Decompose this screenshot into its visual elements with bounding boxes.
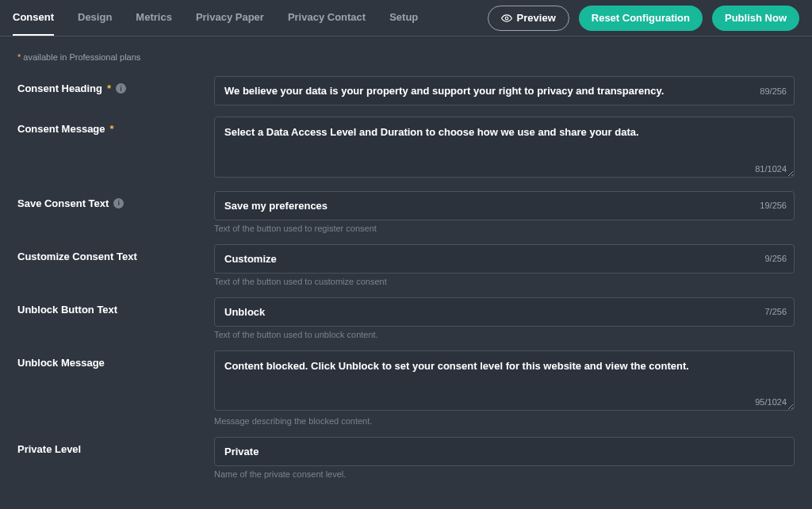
preview-button-label: Preview [517, 12, 556, 24]
tab-privacy-paper[interactable]: Privacy Paper [196, 0, 264, 36]
tab-strip: Consent Design Metrics Privacy Paper Pri… [13, 0, 418, 36]
row-unblock-message: Unblock Message 95/1024 Message describi… [17, 350, 795, 427]
required-mark: * [110, 123, 114, 135]
helper-text: Text of the button used to unblock conte… [214, 330, 795, 339]
publish-button-label: Publish Now [725, 12, 787, 24]
info-icon[interactable]: i [116, 83, 126, 94]
preview-button[interactable]: Preview [488, 6, 569, 31]
tab-metrics[interactable]: Metrics [136, 0, 172, 36]
row-private-level: Private Level Name of the private consen… [17, 437, 795, 479]
required-mark: * [107, 82, 111, 94]
info-icon[interactable]: i [113, 198, 124, 209]
consent-message-input[interactable] [214, 117, 795, 178]
row-customize-consent-text: Customize Consent Text 9/256 Text of the… [17, 244, 795, 286]
label-consent-heading: Consent Heading * i [17, 76, 198, 94]
helper-text: Name of the private consent level. [214, 469, 795, 479]
action-buttons: Preview Reset Configuration Publish Now [488, 6, 799, 31]
label-private-level: Private Level [17, 437, 198, 455]
top-bar: Consent Design Metrics Privacy Paper Pri… [0, 0, 812, 36]
row-save-consent-text: Save Consent Text i 19/256 Text of the b… [17, 191, 795, 233]
helper-text: Message describing the blocked content. [214, 416, 795, 426]
form-body: * available in Professional plans Consen… [0, 36, 812, 509]
row-consent-message: Consent Message * 81/1024 [17, 117, 795, 180]
reset-configuration-button[interactable]: Reset Configuration [579, 6, 703, 31]
helper-text: Text of the button used to customize con… [214, 277, 795, 286]
label-consent-message: Consent Message * [17, 117, 198, 135]
label-unblock-button-text: Unblock Button Text [17, 297, 198, 316]
tab-setup[interactable]: Setup [389, 0, 418, 36]
tab-consent[interactable]: Consent [13, 0, 54, 36]
tab-design[interactable]: Design [78, 0, 112, 36]
svg-point-0 [505, 17, 508, 20]
label-unblock-message: Unblock Message [17, 350, 198, 369]
eye-icon [501, 13, 512, 24]
private-level-input[interactable] [214, 437, 795, 466]
plan-note-text: available in Professional plans [21, 52, 140, 62]
row-unblock-button-text: Unblock Button Text 7/256 Text of the bu… [17, 297, 795, 339]
label-customize-consent-text: Customize Consent Text [17, 244, 198, 262]
reset-button-label: Reset Configuration [592, 12, 690, 24]
unblock-message-input[interactable] [214, 350, 795, 411]
unblock-button-text-input[interactable] [214, 297, 795, 327]
customize-consent-text-input[interactable] [214, 244, 795, 274]
publish-now-button[interactable]: Publish Now [712, 6, 799, 31]
plan-note: * available in Professional plans [17, 52, 795, 62]
tab-privacy-contact[interactable]: Privacy Contact [288, 0, 366, 36]
consent-heading-input[interactable] [214, 76, 795, 105]
save-consent-text-input[interactable] [214, 191, 795, 220]
row-consent-heading: Consent Heading * i 89/256 [17, 76, 795, 105]
label-save-consent-text: Save Consent Text i [17, 191, 198, 209]
helper-text: Text of the button used to register cons… [214, 224, 795, 233]
